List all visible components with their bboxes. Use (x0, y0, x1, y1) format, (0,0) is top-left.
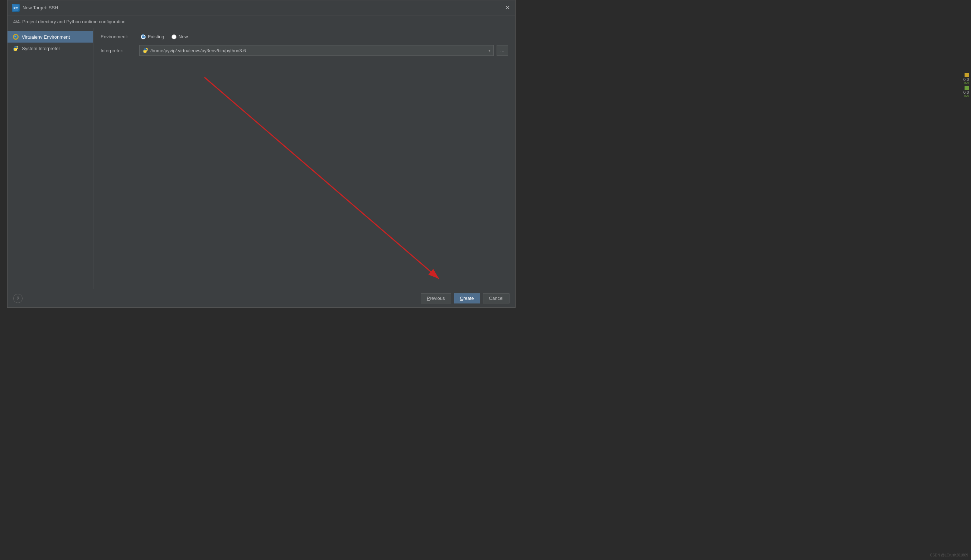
title-bar-left: PC New Target: SSH (12, 4, 58, 12)
help-button[interactable]: ? (13, 294, 23, 303)
svg-point-5 (15, 47, 15, 47)
radio-new[interactable]: New (172, 34, 188, 39)
download-monitor: 0.0 K/s (963, 86, 969, 98)
upload-unit: K/s (964, 82, 969, 85)
title-bar: PC New Target: SSH ✕ (8, 0, 515, 15)
download-dot (964, 86, 969, 90)
svg-text:PC: PC (13, 7, 18, 10)
dialog-footer: ? Previous Create Cancel (8, 289, 515, 307)
watermark: CSDN @LCrush201809 (930, 553, 968, 557)
radio-existing-input[interactable] (141, 34, 146, 39)
radio-new-label: New (179, 34, 188, 39)
previous-label: Previous (427, 295, 445, 301)
step-indicator: 4/4. Project directory and Python runtim… (8, 15, 515, 28)
browse-button[interactable]: ... (496, 45, 508, 56)
svg-point-6 (16, 49, 17, 50)
interpreter-dropdown[interactable]: /home/pyvip/.virtualenvs/py3env/bin/pyth… (139, 45, 494, 56)
dialog-title: New Target: SSH (23, 5, 58, 10)
python-icon (13, 45, 19, 52)
cancel-label: Cancel (489, 295, 503, 301)
create-label: Create (460, 295, 474, 301)
browse-btn-label: ... (500, 48, 505, 53)
dialog: PC New Target: SSH ✕ 4/4. Project direct… (7, 0, 516, 308)
sidebar-item-system-label: System Interpreter (22, 46, 60, 51)
radio-existing[interactable]: Existing (141, 34, 164, 39)
upload-dot (964, 73, 969, 77)
svg-point-4 (15, 36, 16, 37)
radio-existing-label: Existing (148, 34, 164, 39)
svg-point-8 (146, 52, 146, 52)
step-text: 4/4. Project directory and Python runtim… (13, 19, 126, 24)
virtualenv-icon (13, 33, 19, 40)
svg-point-3 (14, 35, 18, 38)
help-label: ? (17, 295, 19, 301)
interpreter-python-icon (142, 48, 148, 53)
download-unit: K/s (964, 95, 969, 98)
interpreter-path: /home/pyvip/.virtualenvs/py3env/bin/pyth… (150, 48, 246, 53)
previous-button[interactable]: Previous (421, 293, 451, 303)
sidebar-item-virtualenv[interactable]: Virtualenv Environment (8, 31, 93, 43)
footer-left: ? (13, 294, 23, 303)
interpreter-value: /home/pyvip/.virtualenvs/py3env/bin/pyth… (142, 48, 483, 53)
create-button[interactable]: Create (454, 293, 480, 303)
radio-group: Existing New (141, 34, 188, 39)
environment-row: Environment: Existing New (100, 34, 508, 39)
radio-new-input[interactable] (172, 34, 177, 39)
app-icon: PC (12, 4, 20, 12)
sidebar-item-system-interpreter[interactable]: System Interpreter (8, 43, 93, 54)
close-button[interactable]: ✕ (504, 4, 511, 12)
network-monitor: 0.0 K/s 0.0 K/s (949, 72, 971, 100)
svg-point-7 (144, 49, 145, 49)
sidebar-item-virtualenv-label: Virtualenv Environment (22, 34, 70, 40)
interpreter-label: Interpreter: (100, 48, 136, 53)
sidebar: Virtualenv Environment System Interprete… (8, 28, 94, 289)
upload-monitor: 0.0 K/s (963, 73, 969, 85)
main-content: Environment: Existing New Interpreter: (94, 28, 515, 289)
footer-right: Previous Create Cancel (421, 293, 510, 303)
environment-label: Environment: (100, 34, 136, 39)
interpreter-row: Interpreter: /home/pyvip/.virtualenvs/py… (100, 45, 508, 56)
cancel-button[interactable]: Cancel (483, 293, 510, 303)
dropdown-arrow-icon: ▼ (488, 49, 491, 53)
dialog-body: Virtualenv Environment System Interprete… (8, 28, 515, 289)
